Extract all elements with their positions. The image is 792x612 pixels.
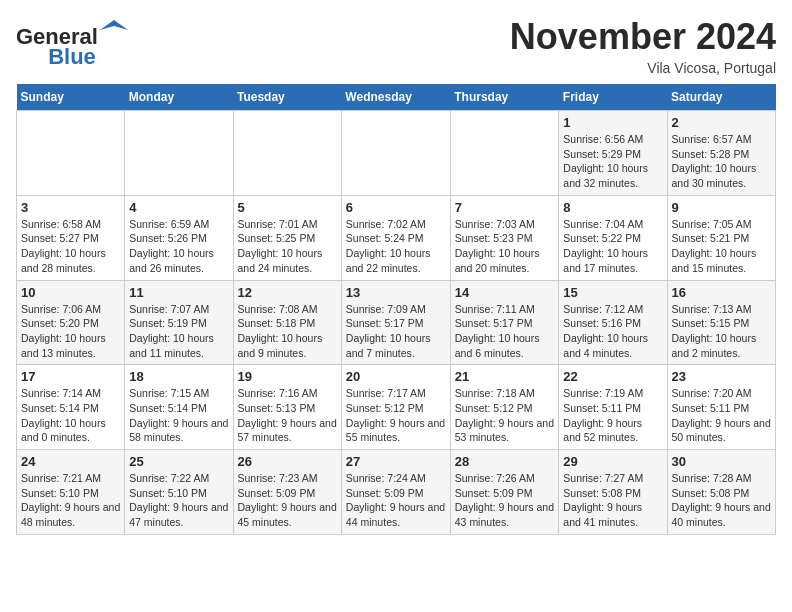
logo-text-blue: Blue [48,44,96,70]
day-info: Sunrise: 7:08 AM Sunset: 5:18 PM Dayligh… [238,302,337,361]
location-subtitle: Vila Vicosa, Portugal [510,60,776,76]
day-number: 18 [129,369,228,384]
calendar-cell: 9Sunrise: 7:05 AM Sunset: 5:21 PM Daylig… [667,195,776,280]
day-info: Sunrise: 6:59 AM Sunset: 5:26 PM Dayligh… [129,217,228,276]
logo-bird-icon [100,16,128,44]
day-info: Sunrise: 7:12 AM Sunset: 5:16 PM Dayligh… [563,302,662,361]
calendar-week-row: 24Sunrise: 7:21 AM Sunset: 5:10 PM Dayli… [17,450,776,535]
header-thursday: Thursday [450,84,559,111]
day-number: 15 [563,285,662,300]
calendar-cell: 14Sunrise: 7:11 AM Sunset: 5:17 PM Dayli… [450,280,559,365]
day-info: Sunrise: 7:11 AM Sunset: 5:17 PM Dayligh… [455,302,555,361]
header-monday: Monday [125,84,233,111]
logo: General Blue [16,16,128,70]
day-info: Sunrise: 7:01 AM Sunset: 5:25 PM Dayligh… [238,217,337,276]
calendar-cell: 13Sunrise: 7:09 AM Sunset: 5:17 PM Dayli… [341,280,450,365]
day-info: Sunrise: 7:21 AM Sunset: 5:10 PM Dayligh… [21,471,120,530]
calendar-week-row: 10Sunrise: 7:06 AM Sunset: 5:20 PM Dayli… [17,280,776,365]
day-number: 8 [563,200,662,215]
header-friday: Friday [559,84,667,111]
calendar-cell [125,111,233,196]
calendar-cell: 1Sunrise: 6:56 AM Sunset: 5:29 PM Daylig… [559,111,667,196]
day-info: Sunrise: 6:56 AM Sunset: 5:29 PM Dayligh… [563,132,662,191]
calendar-table: Sunday Monday Tuesday Wednesday Thursday… [16,84,776,535]
calendar-week-row: 17Sunrise: 7:14 AM Sunset: 5:14 PM Dayli… [17,365,776,450]
day-number: 14 [455,285,555,300]
day-number: 22 [563,369,662,384]
day-number: 16 [672,285,772,300]
day-number: 23 [672,369,772,384]
calendar-cell: 8Sunrise: 7:04 AM Sunset: 5:22 PM Daylig… [559,195,667,280]
day-info: Sunrise: 7:15 AM Sunset: 5:14 PM Dayligh… [129,386,228,445]
svg-marker-0 [100,20,128,30]
day-info: Sunrise: 7:19 AM Sunset: 5:11 PM Dayligh… [563,386,662,445]
calendar-cell: 23Sunrise: 7:20 AM Sunset: 5:11 PM Dayli… [667,365,776,450]
calendar-cell: 18Sunrise: 7:15 AM Sunset: 5:14 PM Dayli… [125,365,233,450]
day-number: 3 [21,200,120,215]
day-info: Sunrise: 7:18 AM Sunset: 5:12 PM Dayligh… [455,386,555,445]
day-number: 13 [346,285,446,300]
day-number: 7 [455,200,555,215]
day-info: Sunrise: 7:05 AM Sunset: 5:21 PM Dayligh… [672,217,772,276]
day-info: Sunrise: 7:02 AM Sunset: 5:24 PM Dayligh… [346,217,446,276]
day-info: Sunrise: 7:22 AM Sunset: 5:10 PM Dayligh… [129,471,228,530]
day-number: 24 [21,454,120,469]
calendar-cell: 15Sunrise: 7:12 AM Sunset: 5:16 PM Dayli… [559,280,667,365]
day-number: 28 [455,454,555,469]
day-info: Sunrise: 7:09 AM Sunset: 5:17 PM Dayligh… [346,302,446,361]
day-info: Sunrise: 6:57 AM Sunset: 5:28 PM Dayligh… [672,132,772,191]
calendar-cell: 22Sunrise: 7:19 AM Sunset: 5:11 PM Dayli… [559,365,667,450]
calendar-cell: 10Sunrise: 7:06 AM Sunset: 5:20 PM Dayli… [17,280,125,365]
day-number: 2 [672,115,772,130]
day-number: 1 [563,115,662,130]
day-info: Sunrise: 7:03 AM Sunset: 5:23 PM Dayligh… [455,217,555,276]
day-info: Sunrise: 7:16 AM Sunset: 5:13 PM Dayligh… [238,386,337,445]
calendar-week-row: 3Sunrise: 6:58 AM Sunset: 5:27 PM Daylig… [17,195,776,280]
calendar-cell: 2Sunrise: 6:57 AM Sunset: 5:28 PM Daylig… [667,111,776,196]
calendar-cell: 21Sunrise: 7:18 AM Sunset: 5:12 PM Dayli… [450,365,559,450]
day-info: Sunrise: 7:23 AM Sunset: 5:09 PM Dayligh… [238,471,337,530]
calendar-cell [233,111,341,196]
calendar-header-row: Sunday Monday Tuesday Wednesday Thursday… [17,84,776,111]
day-number: 12 [238,285,337,300]
calendar-cell [17,111,125,196]
calendar-cell: 29Sunrise: 7:27 AM Sunset: 5:08 PM Dayli… [559,450,667,535]
day-number: 6 [346,200,446,215]
calendar-cell: 6Sunrise: 7:02 AM Sunset: 5:24 PM Daylig… [341,195,450,280]
calendar-cell: 7Sunrise: 7:03 AM Sunset: 5:23 PM Daylig… [450,195,559,280]
calendar-cell: 16Sunrise: 7:13 AM Sunset: 5:15 PM Dayli… [667,280,776,365]
day-number: 19 [238,369,337,384]
day-info: Sunrise: 7:14 AM Sunset: 5:14 PM Dayligh… [21,386,120,445]
title-area: November 2024 Vila Vicosa, Portugal [510,16,776,76]
header-sunday: Sunday [17,84,125,111]
calendar-cell: 11Sunrise: 7:07 AM Sunset: 5:19 PM Dayli… [125,280,233,365]
header: General Blue November 2024 Vila Vicosa, … [16,16,776,76]
day-info: Sunrise: 7:27 AM Sunset: 5:08 PM Dayligh… [563,471,662,530]
day-number: 30 [672,454,772,469]
day-number: 4 [129,200,228,215]
day-number: 17 [21,369,120,384]
day-info: Sunrise: 7:13 AM Sunset: 5:15 PM Dayligh… [672,302,772,361]
calendar-cell: 26Sunrise: 7:23 AM Sunset: 5:09 PM Dayli… [233,450,341,535]
calendar-cell: 30Sunrise: 7:28 AM Sunset: 5:08 PM Dayli… [667,450,776,535]
day-number: 29 [563,454,662,469]
day-info: Sunrise: 6:58 AM Sunset: 5:27 PM Dayligh… [21,217,120,276]
calendar-cell: 25Sunrise: 7:22 AM Sunset: 5:10 PM Dayli… [125,450,233,535]
calendar-cell: 24Sunrise: 7:21 AM Sunset: 5:10 PM Dayli… [17,450,125,535]
calendar-cell: 5Sunrise: 7:01 AM Sunset: 5:25 PM Daylig… [233,195,341,280]
day-number: 26 [238,454,337,469]
day-number: 5 [238,200,337,215]
day-number: 10 [21,285,120,300]
month-title: November 2024 [510,16,776,58]
header-wednesday: Wednesday [341,84,450,111]
header-saturday: Saturday [667,84,776,111]
day-info: Sunrise: 7:24 AM Sunset: 5:09 PM Dayligh… [346,471,446,530]
calendar-cell [450,111,559,196]
day-info: Sunrise: 7:26 AM Sunset: 5:09 PM Dayligh… [455,471,555,530]
calendar-week-row: 1Sunrise: 6:56 AM Sunset: 5:29 PM Daylig… [17,111,776,196]
day-number: 11 [129,285,228,300]
day-info: Sunrise: 7:28 AM Sunset: 5:08 PM Dayligh… [672,471,772,530]
calendar-cell: 20Sunrise: 7:17 AM Sunset: 5:12 PM Dayli… [341,365,450,450]
calendar-cell: 28Sunrise: 7:26 AM Sunset: 5:09 PM Dayli… [450,450,559,535]
calendar-cell [341,111,450,196]
